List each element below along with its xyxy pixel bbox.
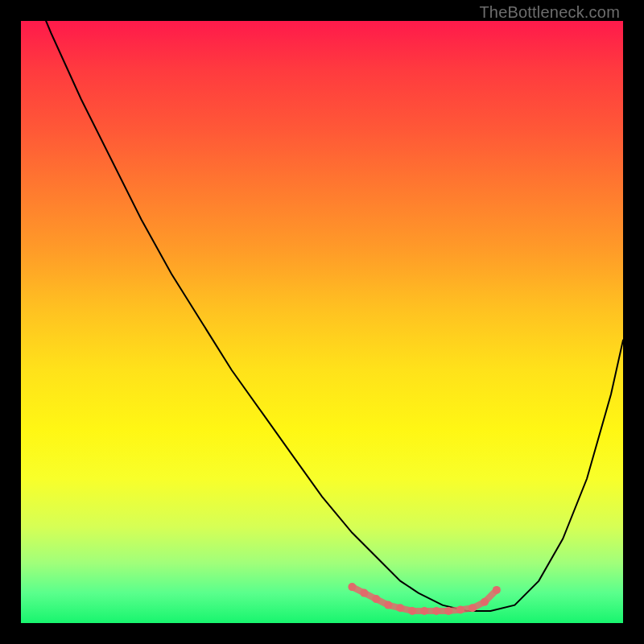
optimal-band-marker <box>481 598 489 606</box>
optimal-band-marker <box>348 583 356 591</box>
watermark-text: TheBottleneck.com <box>479 3 620 22</box>
bottleneck-curve <box>21 0 623 611</box>
optimal-band-marker <box>432 607 440 615</box>
curve-svg <box>21 21 623 623</box>
optimal-band-marker <box>493 586 501 594</box>
chart-frame: TheBottleneck.com <box>0 0 644 644</box>
optimal-band-marker <box>372 595 380 603</box>
optimal-band-marker <box>384 601 392 609</box>
optimal-band-marker <box>360 589 368 597</box>
optimal-band-marker <box>444 607 452 615</box>
optimal-band-marker <box>408 607 416 615</box>
optimal-band-marker <box>420 607 428 615</box>
optimal-band-marker <box>469 604 477 612</box>
optimal-band-marker <box>396 604 404 612</box>
plot-area <box>21 21 623 623</box>
optimal-band-marker <box>456 606 464 614</box>
